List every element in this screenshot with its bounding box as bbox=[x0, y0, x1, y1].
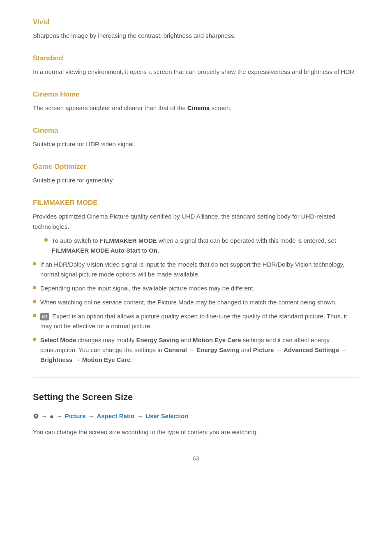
bullet-dot-icon bbox=[33, 338, 36, 341]
filmmaker-body: Provides optimized Cinema Picture qualit… bbox=[33, 212, 359, 232]
bullet-dot-icon bbox=[33, 314, 36, 317]
nav-arrow-1: → bbox=[41, 411, 47, 421]
cinema-home-body-suffix: screen. bbox=[210, 104, 231, 111]
filmmaker-title: FILMMAKER MODE bbox=[33, 197, 359, 208]
nav-arrow-2: → bbox=[56, 411, 62, 421]
section-filmmaker: FILMMAKER MODE Provides optimized Cinema… bbox=[33, 197, 359, 365]
section-game-optimizer: Game Optimizer Suitable picture for game… bbox=[33, 161, 359, 186]
bullet-dot-icon bbox=[33, 300, 36, 303]
screen-size-title: Setting the Screen Size bbox=[33, 390, 359, 404]
filmmaker-bullet-online: When watching online service content, th… bbox=[33, 297, 359, 307]
bullet-dot-icon bbox=[33, 262, 36, 265]
nav-user-selection-link: User Selection bbox=[145, 411, 188, 421]
cinema-home-title: Cinema Home bbox=[33, 89, 359, 100]
cinema-home-body-bold: Cinema bbox=[187, 104, 210, 111]
filmmaker-bullet-auto-start: To auto-switch to FILMMAKER MODE when a … bbox=[44, 236, 359, 256]
nav-arrow-3: → bbox=[88, 411, 95, 421]
standard-title: Standard bbox=[33, 53, 359, 64]
bullet-dot-icon bbox=[44, 238, 48, 242]
section-divider bbox=[33, 377, 359, 378]
filmmaker-select-mode-text: Select Mode changes may modify Energy Sa… bbox=[40, 335, 359, 365]
filmmaker-signal-text: Depending upon the input signal, the ava… bbox=[40, 283, 359, 293]
cinema-body: Suitable picture for HDR video signal. bbox=[33, 139, 359, 150]
filmmaker-bullet-isf: isf Expert is an option that allows a pi… bbox=[33, 311, 359, 331]
settings-icon: ⚙ bbox=[33, 411, 39, 422]
standard-body: In a normal viewing environment, it open… bbox=[33, 67, 359, 77]
filmmaker-sub-bullet: To auto-switch to FILMMAKER MODE when a … bbox=[44, 236, 359, 256]
isf-badge: isf bbox=[40, 313, 49, 320]
filmmaker-online-text: When watching online service content, th… bbox=[40, 297, 359, 307]
nav-aspect-ratio-link: Aspect Ratio bbox=[97, 411, 135, 421]
vivid-body: Sharpens the image by increasing the con… bbox=[33, 31, 359, 41]
cinema-home-body: The screen appears brighter and clearer … bbox=[33, 103, 359, 113]
bullet-dot-icon bbox=[33, 286, 36, 289]
cinema-home-body-prefix: The screen appears brighter and clearer … bbox=[33, 104, 187, 111]
circle-icon: ● bbox=[50, 411, 54, 422]
page-number: 63 bbox=[33, 454, 359, 463]
filmmaker-bullet-signal: Depending upon the input signal, the ava… bbox=[33, 283, 359, 293]
vivid-title: Vivid bbox=[33, 16, 359, 28]
section-vivid: Vivid Sharpens the image by increasing t… bbox=[33, 16, 359, 41]
filmmaker-bullets: If an HDR/Dolby Vision video signal is i… bbox=[33, 260, 359, 365]
section-standard: Standard In a normal viewing environment… bbox=[33, 53, 359, 77]
nav-picture-link: Picture bbox=[65, 411, 86, 421]
game-optimizer-title: Game Optimizer bbox=[33, 161, 359, 172]
page: Vivid Sharpens the image by increasing t… bbox=[0, 0, 392, 555]
cinema-title: Cinema bbox=[33, 125, 359, 136]
screen-size-body: You can change the screen size according… bbox=[33, 427, 359, 438]
section-cinema-home: Cinema Home The screen appears brighter … bbox=[33, 89, 359, 113]
filmmaker-isf-text: isf Expert is an option that allows a pi… bbox=[40, 311, 359, 331]
nav-arrow-4: → bbox=[137, 411, 143, 421]
filmmaker-bullet-hdr: If an HDR/Dolby Vision video signal is i… bbox=[33, 260, 359, 279]
filmmaker-auto-start-text: To auto-switch to FILMMAKER MODE when a … bbox=[52, 236, 359, 256]
section-cinema: Cinema Suitable picture for HDR video si… bbox=[33, 125, 359, 150]
screen-size-section: Setting the Screen Size ⚙ → ● → Picture … bbox=[33, 390, 359, 438]
nav-path: ⚙ → ● → Picture → Aspect Ratio → User Se… bbox=[33, 411, 359, 422]
filmmaker-hdr-text: If an HDR/Dolby Vision video signal is i… bbox=[40, 260, 359, 279]
filmmaker-bullet-select-mode: Select Mode changes may modify Energy Sa… bbox=[33, 335, 359, 365]
game-optimizer-body: Suitable picture for gameplay. bbox=[33, 175, 359, 186]
